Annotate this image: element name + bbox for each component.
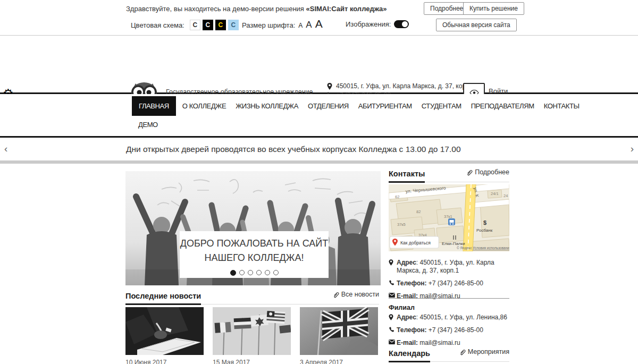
branch-address-row: Адрес: 450015, г. Уфа, ул. Ленина,86 bbox=[389, 314, 510, 321]
carousel-dot-6[interactable] bbox=[273, 270, 279, 275]
news-card-uk-flag[interactable]: 3 Апреля 2017 bbox=[300, 307, 378, 364]
ticker-prev-arrow[interactable]: ‹ bbox=[4, 143, 7, 155]
location-pin-icon bbox=[325, 83, 334, 90]
contacts-more-label: Подробнее bbox=[475, 168, 509, 176]
carousel-dot-5[interactable] bbox=[265, 270, 270, 275]
location-pin-icon bbox=[389, 314, 397, 321]
news-list: 10 Июня 2017 15 Мая 2017 bbox=[125, 307, 378, 364]
calendar-section-header: Календарь Мероприятия bbox=[389, 348, 509, 362]
nav-item-otdeleniya[interactable]: ОТДЕЛЕНИЯ bbox=[307, 96, 350, 116]
contacts-branch-block: Адрес: 450015, г. Уфа, ул. Ленина,86 Тел… bbox=[389, 314, 510, 352]
phone-icon bbox=[389, 280, 397, 287]
map-copyright[interactable]: © Яндекс bbox=[457, 246, 472, 250]
all-news-link[interactable]: Все новости bbox=[332, 291, 379, 298]
hero-welcome-line1: ДОБРО ПОЖАЛОВАТЬ НА САЙТ bbox=[180, 236, 329, 251]
nav-item-glavnaya[interactable]: ГЛАВНАЯ bbox=[132, 96, 176, 116]
demo-notice-text: Здравствуйте, вы находитесь на демо-верс… bbox=[126, 5, 387, 13]
scheme-black-button[interactable]: С bbox=[203, 20, 213, 30]
map-bldg-37k1: 37к1 bbox=[444, 214, 452, 219]
hero-welcome-line2: НАШЕГО КОЛЛЕДЖА! bbox=[180, 251, 329, 265]
carousel-dot-4[interactable] bbox=[256, 270, 262, 275]
ticker-next-arrow[interactable]: › bbox=[631, 143, 634, 155]
phone-icon bbox=[389, 326, 397, 334]
carousel-dot-1[interactable] bbox=[230, 270, 236, 276]
demo-product-name: «SIMAI:Сайт колледжа» bbox=[306, 5, 387, 13]
news-date: 15 Мая 2017 bbox=[213, 359, 291, 364]
carousel-dot-3[interactable] bbox=[248, 270, 253, 275]
sidebar-divider bbox=[389, 298, 509, 299]
address-label: Адрес bbox=[397, 259, 416, 266]
phone-value: +7 (347) 246-85-00 bbox=[429, 326, 483, 334]
map-terms-link[interactable]: Условия использования bbox=[473, 246, 509, 250]
nav-item-demo[interactable]: ДЕМО bbox=[137, 115, 159, 134]
map-bus-stop-icon bbox=[448, 218, 455, 225]
news-card-signing[interactable]: 10 Июня 2017 bbox=[125, 307, 204, 364]
news-card-flags[interactable]: 15 Мая 2017 bbox=[213, 307, 291, 364]
map-bldg-24-1: 24/1 bbox=[491, 191, 499, 196]
map-bank-label: Росбанк bbox=[476, 228, 493, 233]
email-icon bbox=[389, 292, 397, 300]
separator-strip bbox=[0, 160, 638, 164]
images-toggle-control: Изображения: bbox=[346, 20, 409, 28]
normal-version-button[interactable]: Обычная версия сайта bbox=[436, 19, 517, 31]
ticker-text[interactable]: Дни открытых дверей проводятся во всех у… bbox=[126, 145, 461, 154]
all-news-label: Все новости bbox=[341, 291, 379, 298]
header-address: 450015, г. Уфа, ул. Карла Маркса, д. 37,… bbox=[336, 82, 475, 90]
main-navigation: ГЛАВНАЯ О КОЛЛЕДЖЕ ЖИЗНЬ КОЛЛЕДЖА ОТДЕЛЕ… bbox=[0, 94, 638, 138]
font-size-label: Размер шрифта: bbox=[242, 21, 295, 29]
color-scheme-label: Цветовая схема: bbox=[131, 21, 184, 29]
map-bank-symbol: $ bbox=[483, 219, 486, 226]
nav-item-abiturientam[interactable]: АБИТУРИЕНТАМ bbox=[357, 96, 413, 116]
phone-label: Телефон: bbox=[397, 280, 426, 287]
news-section-header: Последние новости Все новости bbox=[125, 291, 379, 304]
contacts-more-link[interactable]: Подробнее bbox=[466, 168, 509, 176]
yandex-map[interactable]: ул. Чернышевского ул. К 62 82 37к1 37к5 … bbox=[389, 184, 509, 251]
buy-solution-button[interactable]: Купить решение bbox=[463, 2, 524, 15]
scheme-white-button[interactable]: С bbox=[190, 20, 200, 30]
address-value: : 450015, г. Уфа, ул. Ленина,86 bbox=[416, 314, 507, 321]
nav-item-o-kolledzhe[interactable]: О КОЛЛЕДЖЕ bbox=[181, 96, 227, 116]
news-date: 3 Апреля 2017 bbox=[300, 359, 378, 364]
hero-carousel[interactable]: ДОБРО ПОЖАЛОВАТЬ НА САЙТ НАШЕГО КОЛЛЕДЖА… bbox=[125, 171, 381, 285]
phone-value: +7 (347) 246-85-00 bbox=[429, 280, 483, 287]
nav-item-studentam[interactable]: СТУДЕНТАМ bbox=[421, 96, 463, 116]
nav-item-kontakty[interactable]: КОНТАКТЫ bbox=[543, 96, 581, 116]
scheme-blue-button[interactable]: С bbox=[228, 20, 239, 30]
hero-welcome-box: ДОБРО ПОЖАЛОВАТЬ НА САЙТ НАШЕГО КОЛЛЕДЖА… bbox=[180, 231, 329, 278]
images-label: Изображения: bbox=[346, 20, 391, 28]
branch-heading: Филиал bbox=[389, 304, 415, 311]
news-image-uk-flag bbox=[300, 307, 378, 355]
font-size-small-button[interactable]: А bbox=[298, 22, 303, 29]
calendar-heading: Календарь bbox=[389, 349, 430, 362]
nav-item-prepodavatelyam[interactable]: ПРЕПОДАВАТЕЛЯМ bbox=[470, 96, 535, 116]
location-pin-icon bbox=[389, 259, 397, 275]
branch-email-row: E-mail: mail@simai.ru bbox=[389, 339, 510, 347]
news-date: 10 Июня 2017 bbox=[125, 359, 204, 364]
email-value[interactable]: mail@simai.ru bbox=[419, 339, 460, 346]
font-size-medium-button[interactable]: А bbox=[306, 20, 312, 30]
carousel-dots bbox=[180, 270, 329, 276]
font-size-large-button[interactable]: А bbox=[315, 18, 323, 30]
paperclip-icon bbox=[466, 169, 473, 176]
map-bldg-37k5: 37к5 bbox=[397, 222, 406, 227]
news-heading: Последние новости bbox=[125, 292, 201, 305]
contacts-section-header: Контакты Подробнее bbox=[389, 168, 509, 182]
map-bldg-24: 24 bbox=[503, 193, 508, 198]
images-toggle[interactable] bbox=[394, 20, 409, 28]
map-route-button[interactable]: Как добраться bbox=[390, 236, 439, 248]
carousel-dot-2[interactable] bbox=[239, 270, 245, 275]
paperclip-icon bbox=[459, 349, 466, 355]
email-icon bbox=[389, 339, 397, 347]
events-link[interactable]: Мероприятия bbox=[459, 348, 509, 355]
scheme-yellow-button[interactable]: С bbox=[215, 20, 226, 30]
demo-greeting: Здравствуйте, вы находитесь на демо-верс… bbox=[126, 5, 306, 13]
address-label: Адрес bbox=[397, 314, 416, 321]
contact-email-row: E-mail: mail@simai.ru bbox=[389, 292, 510, 300]
page: Здравствуйте, вы находитесь на демо-верс… bbox=[0, 0, 638, 364]
contact-phone-row: Телефон: +7 (347) 246-85-00 bbox=[389, 280, 510, 287]
nav-item-zhizn-kolledzha[interactable]: ЖИЗНЬ КОЛЛЕДЖА bbox=[234, 96, 299, 116]
map-bldg-82: 82 bbox=[416, 209, 421, 214]
demo-notice-bar: Здравствуйте, вы находитесь на демо-верс… bbox=[0, 0, 638, 36]
contacts-heading: Контакты bbox=[389, 170, 425, 183]
news-image-international-flags bbox=[213, 307, 291, 355]
